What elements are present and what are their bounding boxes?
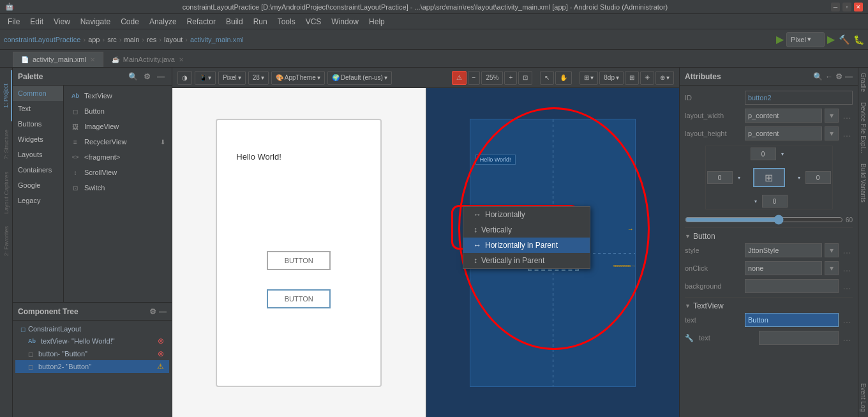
palette-item-scrollview[interactable]: ↕ ScrollView (66, 165, 169, 180)
attr-back-icon[interactable]: ← (825, 72, 833, 81)
menu-help[interactable]: Help (364, 16, 390, 27)
menu-view[interactable]: View (49, 16, 75, 27)
breadcrumb-res[interactable]: res (147, 36, 156, 43)
menu-vcs[interactable]: VCS (301, 16, 327, 27)
tree-settings-icon[interactable]: ⚙ (149, 307, 156, 316)
tree-constraint-layout[interactable]: ◻ ConstraintLayout (15, 323, 169, 335)
project-tab[interactable]: 1: Project (3, 84, 9, 108)
infer-btn[interactable]: ⊕ ▾ (655, 71, 674, 85)
menu-window[interactable]: Window (326, 16, 364, 27)
menu-edit[interactable]: Edit (25, 16, 49, 27)
error-indicator[interactable]: ⚠ (452, 71, 467, 85)
palette-item-switch[interactable]: ⊡ Switch (66, 180, 169, 195)
tree-button2[interactable]: ◻ button2- "Button" ⚠ (15, 360, 169, 373)
margin-bottom-dropdown[interactable]: ▾ (751, 196, 761, 206)
margin-right-dropdown[interactable]: ▾ (794, 172, 804, 183)
attr-onclick-more[interactable]: … (841, 262, 853, 274)
attr-width-more[interactable]: … (841, 110, 853, 121)
device-btn[interactable]: Pixel ▾ (218, 71, 246, 85)
orientation-btn[interactable]: 📱 ▾ (195, 71, 216, 85)
bias-slider[interactable] (685, 215, 843, 225)
dropdown-vertically[interactable]: ↕ Vertically (463, 222, 590, 238)
attr-style-value[interactable]: JttonStyle (745, 243, 822, 257)
guidelines-btn[interactable]: ⊞ (625, 71, 639, 85)
breadcrumb-layout[interactable]: layout (164, 36, 183, 43)
attr-search-icon[interactable]: 🔍 (813, 72, 823, 81)
favorites-tab[interactable]: 2: Favorites (3, 226, 10, 256)
alignment-dropdown-menu[interactable]: ↔ Horizontally ↕ Vertically ↔ Horizontal… (463, 206, 590, 269)
attr-text-value[interactable]: Button (745, 313, 839, 327)
tab-activity-main[interactable]: 📄 activity_main.xml ✕ (13, 52, 103, 67)
constraints-btn[interactable]: ✳ (640, 71, 654, 85)
run-button[interactable]: ▶ (827, 33, 835, 45)
device-file-tab[interactable]: Device File Expl... (858, 97, 868, 158)
menu-tools[interactable]: Tools (273, 16, 301, 27)
button1-design[interactable]: BUTTON (267, 251, 331, 270)
attr-height-more[interactable]: … (841, 128, 853, 139)
close-button[interactable]: ✕ (854, 3, 863, 11)
menu-navigate[interactable]: Navigate (75, 16, 116, 27)
palette-item-button[interactable]: ◻ Button (66, 103, 169, 119)
palette-search-button[interactable]: 🔍 (127, 71, 138, 82)
attr-background-value[interactable] (745, 279, 839, 293)
palette-cat-buttons[interactable]: Buttons (13, 116, 63, 132)
tab2-close-button[interactable]: ✕ (179, 56, 184, 63)
palette-cat-widgets[interactable]: Widgets (13, 132, 63, 147)
breadcrumb-main[interactable]: main (124, 36, 140, 43)
attr-text-more[interactable]: … (841, 314, 853, 326)
tree-collapse-icon[interactable]: — (159, 307, 167, 316)
attr-width-dropdown[interactable]: ▾ (825, 109, 839, 123)
zoom-fit-btn[interactable]: ⊡ (518, 71, 532, 85)
structure-tab[interactable]: 7: Structure (3, 130, 10, 160)
attr-onclick-value[interactable]: none (745, 261, 822, 275)
margin-right-input[interactable]: 0 (805, 171, 831, 184)
tree-button1[interactable]: ◻ button- "Button" ⊗ (15, 347, 169, 360)
margin-left-dropdown[interactable]: ▾ (734, 172, 744, 183)
breadcrumb-src[interactable]: src (107, 36, 117, 43)
margin-left-input[interactable]: 0 (707, 171, 733, 184)
menu-refactor[interactable]: Refactor (182, 16, 221, 27)
dropdown-horizontally[interactable]: ↔ Horizontally (463, 207, 590, 222)
run-config-dropdown[interactable]: Pixel ▾ (786, 32, 825, 47)
tree-textview[interactable]: Ab textView- "Hello World!" ⊗ (15, 335, 169, 347)
button2-design[interactable]: BUTTON (267, 289, 331, 308)
palette-item-textview[interactable]: Ab TextView (66, 88, 169, 103)
zoom-in-btn[interactable]: + (504, 71, 517, 85)
palette-item-fragment[interactable]: <> <fragment> (66, 149, 169, 165)
dropdown-horizontally-in-parent[interactable]: ↔ Horizontally in Parent (463, 238, 590, 253)
attr-collapse-icon[interactable]: — (845, 72, 853, 81)
tab-close-button[interactable]: ✕ (90, 56, 95, 63)
attr-style-dropdown[interactable]: ▾ (825, 243, 839, 257)
hand-mode-btn[interactable]: ✋ (555, 71, 572, 85)
hammer-icon[interactable]: 🔨 (839, 34, 849, 45)
attr-background-more[interactable]: … (841, 280, 853, 292)
menu-code[interactable]: Code (116, 16, 144, 27)
palette-cat-text[interactable]: Text (13, 101, 63, 116)
zoom-out-btn[interactable]: − (468, 71, 481, 85)
attr-text2-value[interactable] (759, 331, 839, 345)
attr-id-value[interactable]: button2 (745, 91, 853, 105)
menu-build[interactable]: Build (221, 16, 248, 27)
palette-item-imageview[interactable]: 🖼 ImageView (66, 119, 169, 134)
minimize-button[interactable]: ─ (831, 3, 840, 11)
maximize-button[interactable]: ▫ (842, 3, 851, 11)
margin-btn[interactable]: 8dp ▾ (599, 71, 624, 85)
palette-collapse-button[interactable]: — (155, 71, 167, 82)
locale-btn[interactable]: 🌍 Default (en-us) ▾ (327, 71, 392, 85)
attr-width-value[interactable]: p_content (745, 109, 822, 123)
menu-file[interactable]: File (3, 16, 25, 27)
design-surface-btn[interactable]: ◑ (177, 71, 192, 85)
attr-settings-icon[interactable]: ⚙ (835, 72, 842, 81)
palette-cat-layouts[interactable]: Layouts (13, 147, 63, 162)
gradle-tab[interactable]: Gradle (858, 68, 868, 97)
breadcrumb-project[interactable]: constraintLayoutPractice (4, 36, 80, 43)
attr-style-more[interactable]: … (841, 245, 853, 256)
theme-btn[interactable]: 🎨 AppTheme ▾ (271, 71, 325, 85)
breadcrumb-file[interactable]: activity_main.xml (190, 36, 244, 43)
menu-analyze[interactable]: Analyze (144, 16, 182, 27)
api-btn[interactable]: 28 ▾ (248, 71, 269, 85)
palette-cat-common[interactable]: Common (13, 86, 63, 101)
margin-top-input[interactable]: 0 (751, 148, 776, 160)
menu-run[interactable]: Run (248, 16, 273, 27)
event-log-tab[interactable]: Event Log (858, 378, 868, 417)
